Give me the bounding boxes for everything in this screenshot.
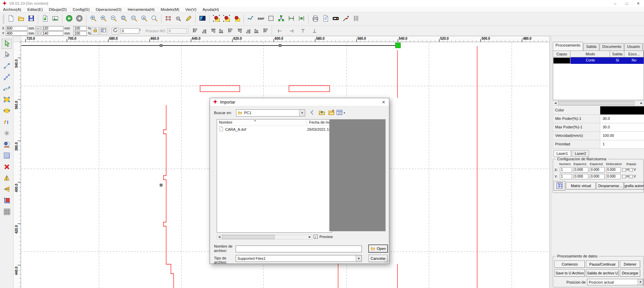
grafia-automa-button[interactable]: grafia automa (624, 182, 644, 190)
maximize-button[interactable]: □ (621, 0, 632, 7)
new-button[interactable] (6, 14, 16, 24)
selection-handle[interactable] (279, 44, 281, 47)
pausa-continuar-button[interactable]: Pausa/Continuar (586, 260, 619, 268)
attach-left-button[interactable]: ⊢ (276, 25, 284, 36)
tab-salida[interactable]: Salida (583, 43, 599, 51)
mirror-checkbox[interactable] (622, 168, 626, 172)
attach-bottom-button[interactable]: ⊥ (310, 25, 318, 36)
position-combo[interactable]: Posicion actual ▼ (587, 279, 643, 285)
matrix-input[interactable] (573, 167, 588, 173)
menu-verv[interactable]: Ver(V) (182, 7, 200, 12)
pen-tool-button[interactable] (183, 14, 194, 24)
scroll-left-icon[interactable]: ◀ (217, 235, 221, 239)
folder-new-button[interactable] (327, 109, 336, 116)
scale-x-input[interactable] (73, 26, 87, 31)
menu-configg[interactable]: Config(G) (70, 7, 93, 12)
screen-preview-button[interactable] (197, 14, 208, 24)
save-button[interactable] (26, 14, 36, 24)
tab-documento[interactable]: Documento (600, 43, 624, 51)
undo-button[interactable] (64, 14, 74, 24)
dialog-close-button[interactable]: ✕ (378, 98, 389, 106)
desparramar--button[interactable]: Desparramar... (597, 182, 624, 190)
lock-ratio-button[interactable] (92, 27, 99, 35)
mirror-h-tool-button[interactable] (2, 173, 12, 183)
menu-archivoa[interactable]: Archivo(A) (0, 7, 24, 12)
edit-nodes-button[interactable] (163, 14, 173, 24)
attach-top-button[interactable]: ⊤ (299, 25, 307, 36)
nav-back-button[interactable] (308, 109, 317, 116)
scroll-thumb[interactable] (558, 101, 635, 105)
menu-editare[interactable]: Editar(E) (24, 7, 46, 12)
menu-modelom[interactable]: Modelo(M) (158, 7, 182, 12)
rotate-button[interactable] (112, 27, 119, 35)
matrix-input[interactable] (606, 174, 621, 179)
delete-tool-button[interactable] (2, 162, 12, 172)
align-center-v-button[interactable] (235, 25, 243, 36)
menu-operacioneo[interactable]: Operacione(O) (93, 7, 124, 12)
align-top-button[interactable] (208, 25, 217, 36)
open-button[interactable]: Open (369, 245, 388, 252)
tab-laser1[interactable]: Laser1 (553, 150, 571, 157)
matriz-virtual-button[interactable]: Matriz virtual (566, 182, 596, 190)
align-bottom-button[interactable] (217, 25, 226, 36)
layer-table-scrollbar[interactable]: ◀ ▶ (553, 101, 644, 106)
menu-herramientah[interactable]: Herramienta(H) (124, 7, 157, 12)
export-image-button[interactable] (50, 14, 60, 24)
layer-cell[interactable]: Corte (570, 57, 610, 64)
text-tool-button[interactable]: fI (2, 117, 12, 127)
minimize-button[interactable]: – (609, 0, 621, 7)
origin-tool-button[interactable] (2, 196, 12, 206)
align-center-h-button[interactable] (226, 25, 235, 36)
measure-width-button[interactable] (286, 14, 296, 24)
ellipse-tool-button[interactable] (2, 106, 12, 116)
bmp-tool-button[interactable]: BMP (256, 14, 266, 24)
comienzo-button[interactable]: Comienzo (554, 260, 585, 268)
node-tree-button[interactable] (276, 14, 286, 24)
zoom-in-button[interactable] (98, 14, 109, 24)
align-left-button[interactable] (191, 25, 199, 36)
zoom-all-button[interactable]: A (139, 14, 149, 24)
ruler-tool-button[interactable] (351, 14, 361, 24)
selection-handle[interactable] (160, 44, 162, 47)
tag-tool-button[interactable] (331, 14, 341, 24)
polyline-tool-button[interactable] (2, 72, 12, 83)
proceso-input[interactable] (167, 28, 187, 34)
node-edit-tool-button[interactable] (2, 50, 12, 60)
attach-right-button[interactable]: ⊣ (287, 25, 295, 36)
zoom-grid-button[interactable] (129, 14, 139, 24)
same-height-button[interactable] (252, 25, 261, 36)
align-right-button[interactable] (199, 25, 208, 36)
matrix-input[interactable] (573, 174, 588, 179)
same-size-button[interactable] (261, 25, 270, 36)
angle-input[interactable] (120, 28, 139, 34)
filetype-combo[interactable]: Supported Files1 ▼ (236, 255, 362, 262)
mirror-checkbox[interactable] (629, 168, 633, 172)
y-position-input[interactable] (6, 31, 27, 36)
panel-splitter[interactable] (549, 36, 552, 288)
line-tool-button[interactable] (2, 61, 12, 71)
redo-button[interactable] (74, 14, 84, 24)
prop-value[interactable]: 1 (600, 140, 644, 148)
chevron-down-icon[interactable]: ▼ (638, 279, 643, 285)
tab-procesamiento[interactable]: Procesamiento (553, 42, 583, 51)
sim-select-button[interactable] (221, 14, 232, 24)
zoom-out-button[interactable] (109, 14, 119, 24)
chevron-down-icon[interactable]: ▼ (299, 110, 305, 116)
menu-dibujard[interactable]: Dibujar(D) (46, 7, 70, 12)
array-tool-button[interactable] (2, 207, 12, 217)
curve-tool-button[interactable] (246, 14, 256, 24)
rectangle-tool-button[interactable] (2, 95, 12, 105)
column-header-name[interactable]: Nombre▲ (217, 120, 307, 126)
prop-value[interactable]: 30.0 (600, 115, 644, 123)
point-tool-button[interactable] (2, 128, 12, 139)
save-to-u-archivo-button[interactable]: Save to U Archivo (554, 269, 585, 277)
layer-row[interactable]: CorteSiNo (553, 57, 644, 64)
height-input[interactable] (42, 31, 63, 36)
mirror-checkbox[interactable] (622, 175, 626, 178)
zoom-window-button[interactable] (149, 14, 159, 24)
width-input[interactable] (42, 26, 63, 31)
sim-run-button[interactable] (211, 14, 221, 24)
scale-y-input[interactable] (73, 31, 87, 36)
file-list-scrollbar[interactable]: ◀ ▶ (217, 235, 312, 239)
curve-tool-button[interactable] (2, 84, 12, 94)
